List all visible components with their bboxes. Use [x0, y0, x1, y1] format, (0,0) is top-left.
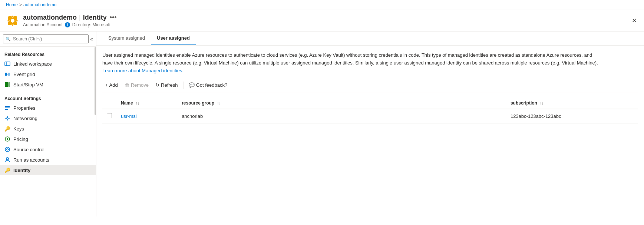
checkbox-column-header [102, 97, 116, 109]
feedback-button[interactable]: 💬 Got feedback? [186, 80, 231, 90]
sidebar: 🔍 « Related Resources Linked workspace [0, 32, 96, 216]
sidebar-item-label: Identity [13, 168, 30, 173]
subscription-column-header[interactable]: subscription ↑↓ [506, 97, 638, 109]
breadcrumb-current[interactable]: automationdemo [23, 2, 56, 7]
svg-point-23 [7, 138, 8, 140]
sidebar-item-keys[interactable]: 🔑 Keys [0, 123, 96, 134]
header-page-title: Identity [83, 14, 107, 21]
table-header-row: Name ↑↓ resource group ↑↓ subscription ↑… [102, 97, 638, 109]
remove-label: Remove [131, 82, 149, 88]
pricing-icon [4, 136, 10, 142]
svg-point-17 [7, 118, 8, 119]
svg-point-1 [11, 19, 14, 23]
svg-rect-9 [5, 73, 7, 76]
add-button[interactable]: + Add [102, 80, 121, 90]
svg-rect-13 [9, 82, 10, 87]
toolbar: + Add 🗑 Remove ↻ Refresh 💬 Got feedback? [102, 80, 638, 93]
tab-system-assigned[interactable]: System assigned [102, 32, 151, 45]
properties-icon [4, 105, 10, 111]
sidebar-item-linked-workspace[interactable]: Linked workspace [0, 59, 96, 69]
sidebar-section-account-settings: Account Settings Properties Networking [0, 95, 96, 175]
sidebar-item-label: Event grid [13, 72, 35, 77]
sidebar-item-label: Linked workspace [13, 61, 52, 67]
learn-more-link[interactable]: Learn more about Managed identities. [102, 68, 184, 73]
resource-group-column-header[interactable]: resource group ↑↓ [177, 97, 506, 109]
header-resource-name: automationdemo [23, 14, 77, 21]
search-icon: 🔍 [6, 37, 11, 42]
sidebar-divider-1 [4, 92, 92, 92]
table-row: usr-msi anchorlab 123abc-123abc-123abc [102, 109, 638, 123]
sidebar-section-related-resources: Related Resources Linked workspace Event… [0, 47, 96, 90]
identity-table: Name ↑↓ resource group ↑↓ subscription ↑… [102, 97, 638, 123]
sidebar-content: Related Resources Linked workspace Event… [0, 47, 96, 216]
source-control-icon [4, 146, 10, 152]
svg-rect-10 [8, 73, 10, 76]
trash-icon: 🗑 [125, 82, 129, 88]
sidebar-item-label: Pricing [13, 136, 28, 142]
svg-point-24 [5, 147, 10, 152]
sidebar-item-run-as-accounts[interactable]: Run as accounts [0, 155, 96, 165]
sidebar-item-source-control[interactable]: Source control [0, 144, 96, 155]
main-content: System assigned User assigned User assig… [96, 32, 644, 216]
svg-rect-12 [5, 82, 9, 87]
sidebar-item-identity[interactable]: 🔑 Identity [0, 165, 96, 175]
row-checkbox[interactable] [107, 113, 112, 118]
description-text: User assigned managed identities enable … [102, 52, 603, 75]
breadcrumb-separator: > [19, 2, 22, 7]
sidebar-section-label-related-resources: Related Resources [0, 50, 96, 59]
sidebar-scrollbar [95, 47, 96, 216]
keys-icon: 🔑 [4, 126, 10, 132]
header-more-icon[interactable]: ••• [110, 14, 117, 21]
svg-rect-6 [5, 62, 10, 66]
refresh-label: Refresh [161, 82, 178, 88]
svg-point-25 [6, 158, 9, 160]
networking-icon [4, 115, 10, 121]
header-separator: | [79, 14, 81, 21]
identity-icon: 🔑 [4, 167, 10, 173]
close-button[interactable]: ✕ [630, 16, 638, 26]
toolbar-separator [183, 82, 184, 89]
header-info-icon[interactable]: i [65, 22, 70, 27]
sort-icon: ↑↓ [217, 101, 221, 105]
sidebar-item-label: Properties [13, 105, 35, 111]
sidebar-collapse-button[interactable]: « [90, 36, 93, 42]
header-directory: Directory: Microsoft [72, 22, 110, 27]
row-checkbox-cell[interactable] [102, 109, 116, 123]
sidebar-item-pricing[interactable]: Pricing [0, 134, 96, 144]
tab-user-assigned[interactable]: User assigned [151, 32, 196, 45]
row-resource-group-cell: anchorlab [177, 109, 506, 123]
row-name-cell[interactable]: usr-msi [116, 109, 177, 123]
feedback-icon: 💬 [189, 82, 195, 88]
header-icon [6, 14, 19, 27]
svg-rect-2 [12, 16, 13, 17]
linked-workspace-icon [4, 61, 10, 67]
search-wrap: 🔍 [3, 34, 89, 43]
content-area: User assigned managed identities enable … [96, 46, 644, 216]
breadcrumb-home[interactable]: Home [6, 2, 18, 7]
sidebar-item-event-grid[interactable]: Event grid [0, 69, 96, 79]
sidebar-item-label: Source control [13, 147, 44, 152]
run-as-accounts-icon [4, 157, 10, 163]
sort-icon: ↑↓ [136, 101, 139, 105]
sidebar-item-label: Networking [13, 116, 37, 121]
sidebar-item-label: Run as accounts [13, 157, 49, 163]
sidebar-item-label: Start/Stop VM [13, 82, 43, 87]
feedback-label: Got feedback? [196, 82, 228, 88]
svg-rect-4 [7, 20, 9, 21]
sidebar-item-start-stop-vm[interactable]: Start/Stop VM [0, 79, 96, 90]
name-column-header[interactable]: Name ↑↓ [116, 97, 177, 109]
start-stop-vm-icon [4, 82, 10, 87]
sidebar-section-label-account-settings: Account Settings [0, 95, 96, 103]
refresh-icon: ↻ [155, 82, 159, 88]
sidebar-item-label: Keys [13, 126, 24, 132]
svg-rect-5 [16, 20, 18, 21]
sidebar-item-networking[interactable]: Networking [0, 113, 96, 123]
refresh-button[interactable]: ↻ Refresh [152, 80, 181, 90]
sidebar-item-properties[interactable]: Properties [0, 103, 96, 113]
svg-rect-3 [12, 24, 13, 26]
event-grid-icon [4, 71, 10, 77]
header-title-group: automationdemo | Identity ••• Automation… [23, 14, 630, 27]
search-input[interactable] [3, 34, 89, 43]
tabs-container: System assigned User assigned [96, 32, 644, 46]
remove-button[interactable]: 🗑 Remove [122, 80, 152, 90]
